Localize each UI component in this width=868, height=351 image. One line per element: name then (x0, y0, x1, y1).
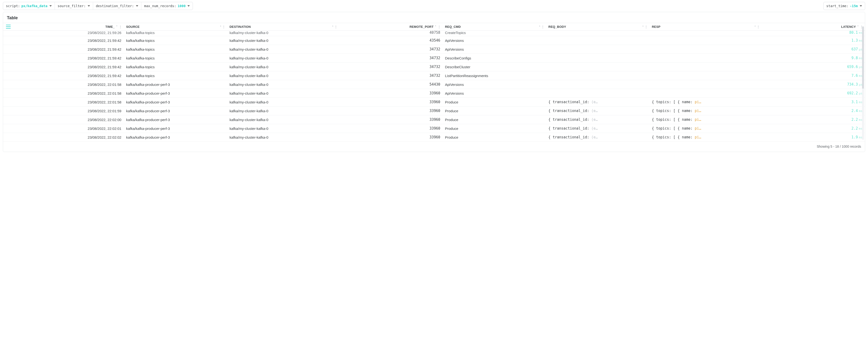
sort-asc-icon[interactable]: ˄ (332, 25, 334, 28)
table-body: 23/08/2022, 21:59:26kafka/kafka-topicska… (3, 31, 865, 142)
cell-remote-port: 34732 (339, 54, 442, 62)
panel-title: Table (3, 12, 865, 23)
chevron-down-icon (50, 5, 52, 7)
cell-req-body: { transactional_id: (e… (546, 133, 649, 142)
col-header-latency[interactable]: LATENCY ˄ ⋮ (762, 23, 865, 31)
cell-req-cmd: Produce (442, 133, 546, 142)
cell-req-cmd: ApiVersions (442, 80, 546, 89)
cell-remote-port: 33960 (339, 89, 442, 98)
left-control-group: script: px/kafka_data source_filter: des… (3, 2, 193, 10)
cell-time: 23/08/2022, 21:59:42 (3, 54, 124, 62)
column-menu-icon[interactable]: ⋮ (119, 25, 121, 28)
col-header-time[interactable]: TIME_ ˄ ⋮ (3, 23, 124, 31)
cell-time: 23/08/2022, 22:02:01 (3, 124, 124, 133)
table-row[interactable]: 23/08/2022, 21:59:42kafka/kafka-topicska… (3, 62, 865, 71)
col-header-destination[interactable]: DESTINATION ˄ ⋮ (227, 23, 339, 31)
cell-latency: 3.1ms (762, 98, 865, 107)
cell-destination: kafka/my-cluster-kafka-0 (227, 36, 339, 45)
cell-req-cmd: Produce (442, 115, 546, 124)
col-header-req-cmd[interactable]: REQ_CMD ˄ ⋮ (442, 23, 546, 31)
sort-asc-icon[interactable]: ˄ (116, 25, 118, 28)
table-row[interactable]: 23/08/2022, 22:01:59kafka/kafka-producer… (3, 107, 865, 115)
col-header-remote-port[interactable]: REMOTE_PORT ˄ ⋮ (339, 23, 442, 31)
cell-destination: kafka/my-cluster-kafka-0 (227, 62, 339, 71)
header-row: TIME_ ˄ ⋮ SOURCE ˄ ⋮ (3, 23, 865, 31)
cell-remote-port: 54430 (339, 80, 442, 89)
right-control-group: start_time: -15m (823, 2, 865, 10)
sort-asc-icon[interactable]: ˄ (754, 25, 756, 28)
cell-latency: 692.2µs (762, 89, 865, 98)
cell-req-cmd: ApiVersions (442, 36, 546, 45)
cell-time: 23/08/2022, 21:59:42 (3, 71, 124, 80)
sort-asc-icon[interactable]: ˄ (539, 25, 540, 28)
table-scroll[interactable]: TIME_ ˄ ⋮ SOURCE ˄ ⋮ (3, 23, 865, 142)
cell-destination: kafka/my-cluster-kafka-0 (227, 98, 339, 107)
cell-remote-port: 33960 (339, 124, 442, 133)
cell-req-cmd: DescribeCluster (442, 62, 546, 71)
table-row[interactable]: 23/08/2022, 21:59:42kafka/kafka-topicska… (3, 54, 865, 62)
column-menu-icon[interactable]: ⋮ (541, 25, 544, 29)
cell-resp (649, 80, 762, 89)
cell-source: kafka/kafka-topics (124, 31, 227, 36)
column-menu-icon[interactable]: ⋮ (860, 25, 863, 28)
cell-resp: { topics: [ { name: pi… (649, 124, 762, 133)
start-time-selector[interactable]: start_time: -15m (824, 2, 865, 10)
col-header-req-body[interactable]: REQ_BODY ˄ ⋮ (546, 23, 649, 31)
table-row[interactable]: 23/08/2022, 22:01:58kafka/kafka-producer… (3, 89, 865, 98)
start-time-value: -15m (850, 4, 858, 8)
table-row[interactable]: 23/08/2022, 22:02:02kafka/kafka-producer… (3, 133, 865, 142)
table-row[interactable]: 23/08/2022, 21:59:26kafka/kafka-topicska… (3, 31, 865, 36)
column-menu-icon[interactable]: ⋮ (335, 25, 337, 29)
script-selector[interactable]: script: px/kafka_data (3, 2, 55, 10)
table-row[interactable]: 23/08/2022, 21:59:42kafka/kafka-topicska… (3, 45, 865, 54)
col-header-source-label: SOURCE (126, 25, 140, 29)
cell-latency: 659.6µs (762, 62, 865, 71)
table-panel: Table TIME_ ˄ ⋮ (3, 12, 865, 152)
cell-latency: 9.8ms (762, 54, 865, 62)
sort-asc-icon[interactable]: ˄ (857, 25, 859, 28)
table-row[interactable]: 23/08/2022, 22:02:01kafka/kafka-producer… (3, 124, 865, 133)
data-table: TIME_ ˄ ⋮ SOURCE ˄ ⋮ (3, 23, 865, 142)
source-filter-selector[interactable]: source_filter: (55, 2, 93, 10)
col-header-resp[interactable]: RESP ˄ ⋮ (649, 23, 762, 31)
cell-req-cmd: Produce (442, 107, 546, 115)
sort-asc-icon[interactable]: ˄ (220, 25, 221, 28)
top-bar: script: px/kafka_data source_filter: des… (0, 0, 868, 12)
sort-asc-icon[interactable]: ˄ (435, 25, 436, 28)
cell-source: kafka/kafka-topics (124, 62, 227, 71)
column-menu-icon[interactable]: ⋮ (222, 25, 225, 29)
cell-req-body: { transactional_id: (e… (546, 124, 649, 133)
script-value: px/kafka_data (21, 4, 48, 8)
cell-time: 23/08/2022, 21:59:26 (3, 31, 124, 36)
column-menu-icon[interactable]: ⋮ (757, 25, 759, 29)
table-row[interactable]: 23/08/2022, 21:59:42kafka/kafka-topicska… (3, 71, 865, 80)
hamburger-icon[interactable] (6, 25, 11, 29)
column-menu-icon[interactable]: ⋮ (438, 25, 440, 28)
cell-resp (649, 45, 762, 54)
column-menu-icon[interactable]: ⋮ (645, 25, 647, 29)
cell-resp (649, 71, 762, 80)
cell-req-cmd: Produce (442, 124, 546, 133)
table-row[interactable]: 23/08/2022, 21:59:42kafka/kafka-topicska… (3, 36, 865, 45)
cell-destination: kafka/my-cluster-kafka-0 (227, 107, 339, 115)
max-records-value: 1000 (178, 4, 186, 8)
destination-filter-selector[interactable]: destination_filter: (93, 2, 141, 10)
cell-resp (649, 62, 762, 71)
cell-resp (649, 54, 762, 62)
max-records-selector[interactable]: max_num_records: 1000 (141, 2, 193, 10)
col-header-latency-label: LATENCY (841, 25, 856, 29)
cell-resp: { topics: [ { name: pi… (649, 115, 762, 124)
cell-req-body (546, 62, 649, 71)
table-row[interactable]: 23/08/2022, 22:01:58kafka/kafka-producer… (3, 80, 865, 89)
cell-req-body (546, 54, 649, 62)
col-header-req-cmd-label: REQ_CMD (445, 25, 461, 29)
cell-remote-port: 33960 (339, 107, 442, 115)
cell-destination: kafka/my-cluster-kafka-0 (227, 71, 339, 80)
col-header-source[interactable]: SOURCE ˄ ⋮ (124, 23, 227, 31)
cell-resp: { topics: [ { name: pi… (649, 107, 762, 115)
cell-latency: 2.4ms (762, 107, 865, 115)
table-row[interactable]: 23/08/2022, 22:01:58kafka/kafka-producer… (3, 98, 865, 107)
table-row[interactable]: 23/08/2022, 22:02:00kafka/kafka-producer… (3, 115, 865, 124)
cell-remote-port: 40758 (339, 31, 442, 36)
sort-asc-icon[interactable]: ˄ (642, 25, 644, 28)
